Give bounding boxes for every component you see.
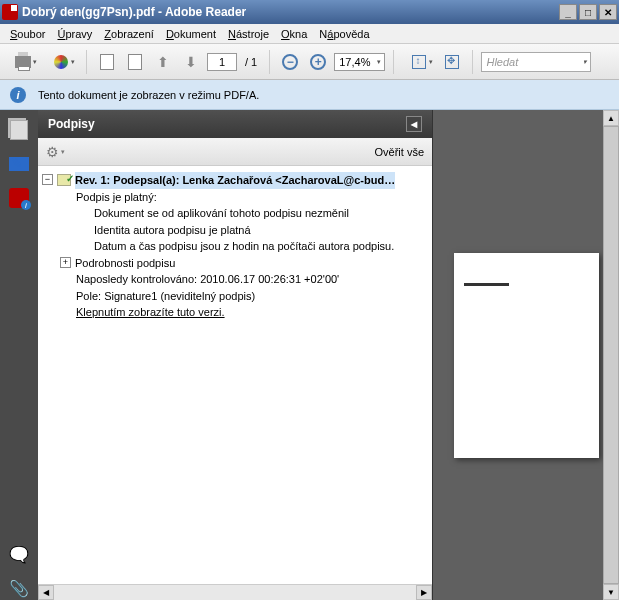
pages-icon: [10, 120, 28, 140]
page-icon: [100, 54, 114, 70]
nav-strip: 🗨️ 📎: [0, 110, 38, 600]
comments-icon: 🗨️: [9, 545, 29, 564]
page-thumb-2[interactable]: [123, 50, 147, 74]
signature-details-label[interactable]: Podrobnosti podpisu: [75, 255, 175, 272]
tree-expand-button[interactable]: +: [60, 257, 71, 268]
vertical-scrollbar[interactable]: ▲ ▼: [603, 110, 619, 600]
paperclip-icon: 📎: [9, 579, 29, 598]
page-total: / 1: [245, 56, 257, 68]
verify-all-button[interactable]: Ověřit vše: [374, 146, 424, 158]
collapse-panel-button[interactable]: ◀: [406, 116, 422, 132]
signature-view-version-link[interactable]: Klepnutím zobrazíte tuto verzi.: [76, 306, 225, 318]
zoom-select[interactable]: 17,4%: [334, 53, 385, 71]
separator: [86, 50, 87, 74]
gear-icon: ⚙: [46, 144, 59, 160]
scroll-track[interactable]: [54, 585, 416, 600]
nav-attachments[interactable]: 📎: [7, 576, 31, 600]
menu-help[interactable]: Nápověda: [313, 26, 375, 42]
signature-identity-valid: Identita autora podpisu je platná: [42, 222, 428, 239]
window-title: Dobrý den(gg7Psn).pdf - Adobe Reader: [22, 5, 557, 19]
fit-width-icon: [445, 55, 459, 69]
page-thumb-1[interactable]: [95, 50, 119, 74]
nav-comments[interactable]: 🗨️: [7, 542, 31, 566]
signatures-panel: Podpisy ◀ ⚙▾ Ověřit vše − Rev. 1: Podeps…: [38, 110, 433, 600]
scroll-left-button[interactable]: ◀: [38, 585, 54, 600]
page-number-input[interactable]: [207, 53, 237, 71]
signature-rev-label[interactable]: Rev. 1: Podepsal(a): Lenka Zachařová <Za…: [75, 172, 395, 189]
signature-time-local: Datum a čas podpisu jsou z hodin na počí…: [42, 238, 428, 255]
close-button[interactable]: ✕: [599, 4, 617, 20]
info-icon: i: [10, 87, 26, 103]
signature-field: Pole: Signature1 (neviditelný podpis): [42, 288, 428, 305]
fit-height-button[interactable]: [402, 50, 436, 74]
signatures-title: Podpisy: [48, 117, 95, 131]
menu-tools[interactable]: Nástroje: [222, 26, 275, 42]
arrow-down-icon: ⬇: [185, 54, 197, 70]
signature-doc-unchanged: Dokument se od aplikování tohoto podpisu…: [42, 205, 428, 222]
print-button[interactable]: [6, 50, 40, 74]
main-area: 🗨️ 📎 Podpisy ◀ ⚙▾ Ověřit vše − Rev. 1: P…: [0, 110, 619, 600]
info-text: Tento dokument je zobrazen v režimu PDF/…: [38, 89, 259, 101]
scroll-down-button[interactable]: ▼: [603, 584, 619, 600]
zoom-in-icon: +: [310, 54, 326, 70]
document-viewport[interactable]: [433, 110, 619, 600]
signature-valid-text: Podpis je platný:: [42, 189, 428, 206]
zoom-value: 17,4%: [339, 56, 370, 68]
page-1: [454, 253, 599, 458]
zoom-out-icon: −: [282, 54, 298, 70]
menu-document[interactable]: Dokument: [160, 26, 222, 42]
signature-tree: − Rev. 1: Podepsal(a): Lenka Zachařová <…: [38, 166, 432, 584]
search-input[interactable]: Hledat: [481, 52, 591, 72]
collab-button[interactable]: [44, 50, 78, 74]
document-area: ▲ ▼: [433, 110, 619, 600]
zoom-out-button[interactable]: −: [278, 50, 302, 74]
menu-file[interactable]: Soubor: [4, 26, 51, 42]
nav-pages[interactable]: [7, 118, 31, 142]
collab-icon: [54, 55, 68, 69]
menu-edit[interactable]: Úpravy: [51, 26, 98, 42]
menu-view[interactable]: Zobrazení: [98, 26, 160, 42]
minimize-button[interactable]: _: [559, 4, 577, 20]
pdf-info-icon: [9, 188, 29, 208]
tree-collapse-button[interactable]: −: [42, 174, 53, 185]
nav-pdfinfo[interactable]: [7, 186, 31, 210]
scroll-thumb[interactable]: [603, 126, 619, 584]
zoom-in-button[interactable]: +: [306, 50, 330, 74]
signature-valid-icon: [57, 174, 71, 186]
prev-page-button[interactable]: ⬆: [151, 50, 175, 74]
scroll-up-button[interactable]: ▲: [603, 110, 619, 126]
next-page-button[interactable]: ⬇: [179, 50, 203, 74]
app-icon: [2, 4, 18, 20]
print-icon: [15, 56, 31, 68]
arrow-up-icon: ⬆: [157, 54, 169, 70]
search-placeholder: Hledat: [486, 56, 518, 68]
nav-signatures[interactable]: [7, 152, 31, 176]
separator: [472, 50, 473, 74]
signatures-header: Podpisy ◀: [38, 110, 432, 138]
separator: [393, 50, 394, 74]
separator: [269, 50, 270, 74]
signature-icon: [9, 157, 29, 171]
page-icon: [128, 54, 142, 70]
fit-width-button[interactable]: [440, 50, 464, 74]
toolbar: ⬆ ⬇ / 1 − + 17,4% Hledat: [0, 44, 619, 80]
panel-hscrollbar[interactable]: ◀ ▶: [38, 584, 432, 600]
maximize-button[interactable]: □: [579, 4, 597, 20]
signatures-toolbar: ⚙▾ Ověřit vše: [38, 138, 432, 166]
signature-last-checked: Naposledy kontrolováno: 2010.06.17 00:26…: [42, 271, 428, 288]
menu-window[interactable]: Okna: [275, 26, 313, 42]
options-menu[interactable]: [65, 142, 85, 162]
menu-bar: Soubor Úpravy Zobrazení Dokument Nástroj…: [0, 24, 619, 44]
info-bar: i Tento dokument je zobrazen v režimu PD…: [0, 80, 619, 110]
fit-height-icon: [412, 55, 426, 69]
scroll-right-button[interactable]: ▶: [416, 585, 432, 600]
title-bar: Dobrý den(gg7Psn).pdf - Adobe Reader _ □…: [0, 0, 619, 24]
